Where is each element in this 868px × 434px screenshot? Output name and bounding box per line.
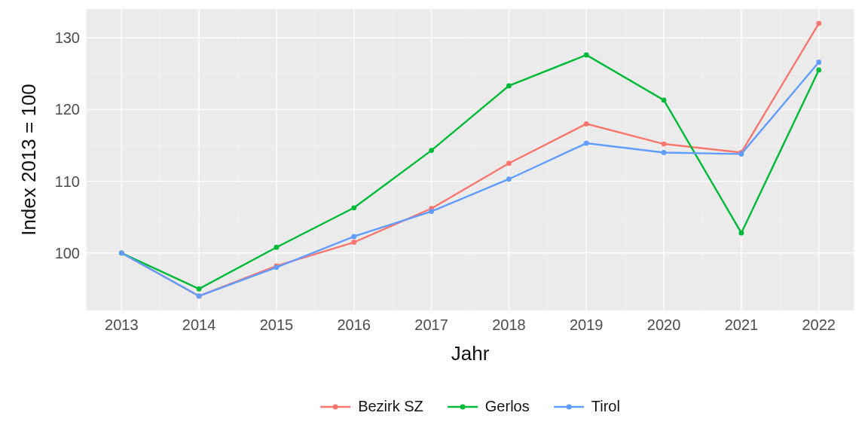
y-tick-label: 130 (48, 29, 80, 47)
y-tick-label: 100 (48, 244, 80, 261)
series-point (816, 60, 821, 65)
x-tick-label: 2020 (647, 316, 681, 334)
series-point (738, 151, 744, 157)
svg-point-27 (333, 404, 338, 409)
legend-item-gerlos: Gerlos (448, 398, 530, 415)
series-point (506, 176, 512, 182)
series-point (119, 250, 124, 255)
x-tick-label: 2015 (260, 316, 294, 334)
y-tick-label: 120 (48, 101, 80, 118)
series-point (662, 142, 667, 147)
legend-label: Gerlos (485, 398, 530, 415)
x-tick-label: 2013 (105, 316, 139, 334)
svg-point-31 (566, 404, 571, 409)
series-point (584, 121, 589, 127)
line-chart: 2013201420152016201720182019202020212022… (0, 0, 868, 434)
plot-panel (87, 9, 854, 310)
x-tick-label: 2022 (802, 316, 836, 334)
x-tick-label: 2021 (725, 316, 759, 334)
series-point (584, 141, 589, 146)
x-tick-label: 2019 (570, 316, 604, 334)
series-point (351, 205, 356, 210)
legend-label: Tirol (591, 398, 620, 415)
legend-label: Bezirk SZ (358, 398, 423, 415)
series-point (506, 160, 512, 166)
legend: Bezirk SZGerlosTirol (320, 398, 620, 415)
series-point (662, 98, 667, 103)
series-point (197, 294, 202, 299)
x-tick-label: 2016 (338, 316, 371, 334)
x-axis-title: Jahr (451, 342, 490, 365)
series-point (429, 209, 434, 214)
series-point (197, 286, 202, 292)
legend-swatch (448, 400, 478, 414)
series-point (351, 234, 356, 240)
series-point (506, 84, 512, 89)
series-point (429, 148, 434, 153)
plot-svg (87, 9, 854, 310)
y-axis-title: Index 2013 = 100 (17, 84, 41, 236)
x-tick-label: 2018 (492, 316, 526, 334)
series-point (662, 150, 667, 155)
y-tick-label: 110 (48, 173, 80, 190)
x-tick-label: 2017 (414, 316, 448, 334)
x-tick-label: 2014 (182, 316, 216, 334)
series-point (816, 68, 821, 73)
legend-item-bezirk-sz: Bezirk SZ (320, 398, 423, 415)
series-point (584, 53, 589, 58)
series-point (816, 21, 821, 26)
legend-swatch (554, 400, 584, 414)
svg-point-29 (460, 404, 465, 409)
series-point (274, 245, 280, 250)
series-point (738, 231, 744, 236)
legend-swatch (320, 400, 350, 414)
series-point (351, 240, 356, 245)
legend-item-tirol: Tirol (554, 398, 620, 415)
series-point (274, 264, 280, 270)
